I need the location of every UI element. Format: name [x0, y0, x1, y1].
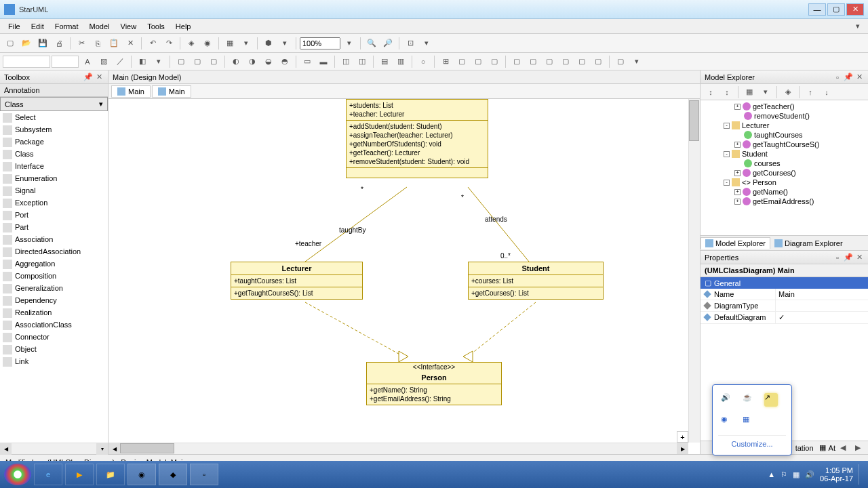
menu-view[interactable]: View — [115, 20, 142, 33]
tree-item[interactable]: +getTaughtCourseS() — [702, 140, 867, 149]
close-panel-icon[interactable]: ✕ — [94, 73, 104, 82]
tool-part[interactable]: Part — [0, 221, 108, 233]
tool-signal[interactable]: Signal — [0, 184, 108, 197]
t26-icon[interactable]: ▾ — [629, 54, 644, 69]
tool-enumeration[interactable]: Enumeration — [0, 172, 108, 184]
fill-color-icon[interactable]: ▨ — [96, 54, 111, 69]
t15-icon[interactable]: ⊞ — [438, 54, 453, 69]
expand-icon[interactable]: - — [724, 123, 730, 129]
prop-row[interactable]: DefaultDiagram✓ — [701, 312, 868, 324]
tool-directedassociation[interactable]: DirectedAssociation — [0, 245, 108, 258]
tool-aggregation[interactable]: Aggregation — [0, 258, 108, 270]
prop-row[interactable]: NameMain — [701, 289, 868, 300]
expand-icon[interactable]: + — [734, 199, 741, 205]
scroll-left-icon[interactable]: ◀ — [108, 443, 120, 454]
tree-item[interactable]: -Lecturer — [702, 121, 867, 130]
nav-icon[interactable]: ◈ — [781, 85, 795, 100]
t14-icon[interactable]: ○ — [416, 54, 431, 69]
tool-object[interactable]: Object — [0, 343, 108, 355]
t10-icon[interactable]: ◫ — [338, 54, 353, 69]
tray-time[interactable]: 1:05 PM — [820, 466, 853, 474]
t8-icon[interactable]: ▭ — [300, 54, 315, 69]
tree-item[interactable]: -<> Person — [702, 178, 867, 187]
canvas-tab-main2[interactable]: Main — [152, 85, 191, 98]
task-explorer[interactable]: 📁 — [96, 464, 125, 485]
print-icon[interactable]: 🖨 — [52, 36, 66, 51]
zoom-in-icon[interactable]: 🔎 — [380, 36, 395, 51]
new-icon[interactable]: ▢ — [3, 36, 18, 51]
canvas[interactable]: +students: List +teacher: Lecturer +addS… — [108, 99, 700, 454]
t13-icon[interactable]: ▥ — [393, 54, 408, 69]
menu-edit[interactable]: Edit — [26, 20, 50, 33]
tray-up-icon[interactable]: ▲ — [768, 470, 775, 479]
customize-link[interactable]: Customize... — [718, 435, 786, 449]
sort1-icon[interactable]: ↕ — [703, 85, 718, 100]
menu-format[interactable]: Format — [50, 20, 84, 33]
class-person[interactable]: <<Interface>> Person +getName(): String … — [366, 362, 502, 405]
tray-net-icon[interactable]: ▦ — [793, 470, 800, 479]
t18-icon[interactable]: ▢ — [487, 54, 502, 69]
tree-item[interactable]: +getName() — [702, 187, 867, 197]
tree-item[interactable]: courses — [702, 159, 867, 168]
task-chrome[interactable]: ◉ — [127, 464, 156, 485]
tool-association[interactable]: Association — [0, 233, 108, 245]
open-icon[interactable]: 📂 — [19, 36, 34, 51]
pin-icon[interactable]: 📌 — [844, 253, 853, 262]
tray-vol-icon[interactable]: 🔊 — [805, 470, 814, 479]
start-button[interactable] — [4, 464, 31, 485]
close-panel-icon[interactable]: ✕ — [854, 253, 864, 262]
t23-icon[interactable]: ▢ — [574, 54, 589, 69]
tree-item[interactable]: taughtCourses — [702, 130, 867, 140]
expand-icon[interactable]: - — [724, 151, 730, 157]
tab-right-icon[interactable]: ▶ — [850, 441, 865, 455]
tab-icon[interactable]: ▦ — [819, 443, 826, 452]
fit-icon[interactable]: ⊡ — [403, 36, 418, 51]
t11-icon[interactable]: ◫ — [355, 54, 370, 69]
scroll-left-icon[interactable]: ◀ — [0, 443, 12, 455]
task-media[interactable]: ▶ — [65, 464, 94, 485]
tab-at[interactable]: At — [829, 444, 835, 452]
delete-icon[interactable]: ✕ — [123, 36, 138, 51]
cut-icon[interactable]: ✂ — [74, 36, 89, 51]
expand-icon[interactable]: + — [734, 189, 741, 195]
tool3-icon[interactable]: ▦ — [222, 36, 237, 51]
tool-exception[interactable]: Exception — [0, 197, 108, 209]
pin-icon[interactable]: 📌 — [83, 73, 93, 82]
minimize-button[interactable]: — — [808, 3, 826, 16]
scroll-dd-icon[interactable]: ▾ — [96, 443, 108, 455]
popup-rec-icon[interactable]: ◉ — [721, 415, 734, 428]
maximize-button[interactable]: ▢ — [827, 3, 845, 16]
t7-icon[interactable]: ◓ — [277, 54, 292, 69]
t22-icon[interactable]: ▢ — [558, 54, 573, 69]
expand-icon[interactable]: + — [734, 104, 741, 110]
tool-package[interactable]: Package — [0, 136, 108, 148]
tray-date[interactable]: 06-Apr-17 — [820, 474, 853, 483]
tab-diagram-explorer[interactable]: Diagram Explorer — [770, 238, 847, 249]
tray-flag-icon[interactable]: ⚐ — [781, 470, 787, 479]
align1-icon[interactable]: ◧ — [135, 54, 150, 69]
sort2-icon[interactable]: ↕ — [719, 85, 734, 100]
undo-icon[interactable]: ↶ — [145, 36, 160, 51]
filter-dd-icon[interactable]: ▾ — [758, 85, 773, 100]
up-icon[interactable]: ↑ — [803, 85, 818, 100]
class-lecturer[interactable]: Lecturer +taughtCourses: List +getTaught… — [231, 262, 363, 300]
tool-subsystem[interactable]: Subsystem — [0, 123, 108, 136]
t1-icon[interactable]: ▢ — [174, 54, 189, 69]
canvas-tab-main1[interactable]: Main — [111, 85, 151, 98]
t12-icon[interactable]: ▤ — [377, 54, 392, 69]
zoom-out-icon[interactable]: 🔍 — [364, 36, 379, 51]
tree-item[interactable]: +getEmailAddress() — [702, 197, 867, 206]
paste-icon[interactable]: 📋 — [106, 36, 121, 51]
filter-icon[interactable]: ▦ — [742, 85, 757, 100]
redo-icon[interactable]: ↷ — [161, 36, 176, 51]
menu-model[interactable]: Model — [84, 20, 115, 33]
t20-icon[interactable]: ▢ — [526, 54, 540, 69]
tree-item[interactable]: +getTeacher() — [702, 102, 867, 111]
panel-btn1-icon[interactable]: ▫ — [833, 73, 842, 82]
tool-interface[interactable]: Interface — [0, 160, 108, 172]
tool5-icon[interactable]: ⬢ — [261, 36, 276, 51]
zoom-dropdown-icon[interactable]: ▾ — [342, 36, 357, 51]
prop-row[interactable]: DiagramType — [701, 300, 868, 312]
tool-port[interactable]: Port — [0, 209, 108, 221]
t24-icon[interactable]: ▢ — [591, 54, 606, 69]
